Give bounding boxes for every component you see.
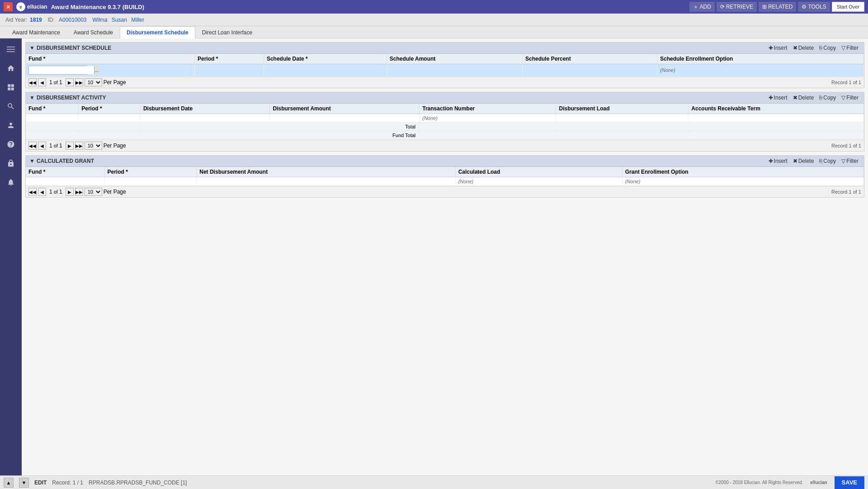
ds-copy-button[interactable]: ⎘ Copy [817, 44, 838, 52]
main-content: ▼ DISBURSEMENT SCHEDULE ✚ Insert ✖ Delet… [22, 38, 868, 488]
aid-year-bar: Aid Year: 1819 ID: A00010003 Wilma Susan… [0, 14, 868, 26]
da-delete-button[interactable]: ✖ Delete [791, 94, 816, 101]
cg-delete-button[interactable]: ✖ Delete [791, 157, 816, 165]
da-total-row: Total [26, 123, 864, 131]
tab-direct-loan-interface[interactable]: Direct Loan Interface [195, 26, 259, 38]
da-col-disbursement-date: Disbursement Date [140, 104, 270, 114]
sidebar-item-home[interactable] [2, 59, 20, 77]
tab-award-schedule[interactable]: Award Schedule [67, 26, 120, 38]
fund-input[interactable] [29, 66, 94, 74]
cg-collapse-icon[interactable]: ▼ [29, 158, 35, 164]
table-row[interactable]: … (None) [26, 64, 864, 76]
cg-pagination-controls: ◀◀ ◀ 1 of 1 ▶ ▶▶ 10 25 50 Per Page [28, 188, 126, 196]
ds-next-page-button[interactable]: ▶ [66, 78, 74, 86]
sidebar-item-alert[interactable] [2, 173, 20, 191]
tab-disbursement-schedule[interactable]: Disbursement Schedule [120, 26, 195, 38]
cg-copy-button[interactable]: ⎘ Copy [817, 157, 838, 165]
sidebar-item-lock[interactable] [2, 154, 20, 172]
da-total-label-cell [26, 123, 79, 131]
ds-delete-button[interactable]: ✖ Delete [791, 44, 816, 52]
save-button[interactable]: SAVE [835, 476, 864, 489]
cg-next-page-button[interactable]: ▶ [66, 188, 74, 196]
sidebar-item-help[interactable] [2, 135, 20, 153]
ds-filter-button[interactable]: ▽ Filter [840, 44, 860, 52]
ds-per-page-select[interactable]: 10 25 50 [85, 78, 102, 86]
ds-first-page-button[interactable]: ◀◀ [28, 78, 37, 86]
start-over-button[interactable]: Start Over [832, 2, 864, 12]
cg-first-page-button[interactable]: ◀◀ [28, 188, 37, 196]
status-nav-up-button[interactable]: ▲ [4, 478, 14, 488]
da-filter-button[interactable]: ▽ Filter [840, 94, 860, 101]
logo-letter: e [19, 5, 22, 9]
middle-name: Susan [112, 17, 127, 23]
tools-button[interactable]: ⚙ TOOLS [798, 2, 830, 12]
logo-text: ellucian [27, 4, 47, 10]
da-ar-term-cell[interactable] [689, 114, 864, 123]
da-fund-total-label2 [79, 131, 141, 140]
sidebar-item-person[interactable] [2, 116, 20, 134]
table-row[interactable]: (None) (None) [26, 177, 864, 186]
sidebar-item-search[interactable] [2, 97, 20, 115]
sidebar-item-menu[interactable] [2, 40, 20, 58]
da-fund-cell[interactable] [26, 114, 79, 123]
cg-col-calculated-load: Calculated Load [455, 167, 622, 177]
fund-lookup-button[interactable]: … [94, 66, 99, 74]
ds-col-schedule-percent: Schedule Percent [522, 54, 657, 64]
ds-enrollment-option-cell[interactable]: (None) [657, 64, 864, 76]
ds-schedule-amount-cell[interactable] [387, 64, 522, 76]
ds-col-enrollment-option: Schedule Enrollment Option [657, 54, 864, 64]
ds-last-page-button[interactable]: ▶▶ [75, 78, 83, 86]
cg-prev-page-button[interactable]: ◀ [38, 188, 46, 196]
id-value: A00010003 [59, 17, 86, 23]
cg-calculated-load-cell[interactable]: (None) [455, 177, 622, 186]
ds-prev-page-button[interactable]: ◀ [38, 78, 46, 86]
top-bar-left: ✕ e ellucian Award Maintenance 9.3.7 (BU… [4, 2, 144, 11]
cg-period-cell[interactable] [104, 177, 197, 186]
ds-fund-cell[interactable]: … [26, 64, 194, 76]
da-last-page-button[interactable]: ▶▶ [75, 142, 83, 150]
close-button[interactable]: ✕ [4, 2, 13, 11]
tab-award-maintenance[interactable]: Award Maintenance [5, 26, 67, 38]
da-copy-button[interactable]: ⎘ Copy [817, 94, 838, 101]
da-amount-cell[interactable] [270, 114, 420, 123]
ds-schedule-percent-cell[interactable] [522, 64, 657, 76]
da-first-page-button[interactable]: ◀◀ [28, 142, 37, 150]
ds-schedule-date-cell[interactable] [264, 64, 387, 76]
tab-bar: Award Maintenance Award Schedule Disburs… [0, 26, 868, 38]
da-collapse-icon[interactable]: ▼ [29, 95, 35, 101]
sidebar-item-grid[interactable] [2, 78, 20, 96]
cg-filter-button[interactable]: ▽ Filter [840, 157, 860, 165]
cg-fund-cell[interactable] [26, 177, 104, 186]
related-button[interactable]: ⊞ RELATED [759, 2, 796, 12]
da-next-page-button[interactable]: ▶ [66, 142, 74, 150]
da-total-amount-cell [420, 123, 556, 131]
aid-year-value: 1819 [30, 17, 42, 23]
da-fund-total-empty1 [556, 131, 689, 140]
collapse-icon[interactable]: ▼ [29, 45, 35, 51]
status-nav-down-button[interactable]: ▼ [19, 478, 29, 488]
related-icon: ⊞ [762, 4, 767, 10]
cg-last-page-button[interactable]: ▶▶ [75, 188, 83, 196]
da-prev-page-button[interactable]: ◀ [38, 142, 46, 150]
cg-enrollment-option-cell[interactable]: (None) [622, 177, 863, 186]
cg-net-amount-cell[interactable] [197, 177, 455, 186]
cg-copy-icon: ⎘ [819, 158, 822, 164]
da-transaction-cell[interactable]: (None) [420, 114, 556, 123]
da-per-page-select[interactable]: 10 25 50 [85, 142, 102, 150]
calculated-grant-section: ▼ CALCULATED GRANT ✚ Insert ✖ Delete ⎘ C… [25, 155, 864, 198]
da-copy-icon: ⎘ [819, 95, 822, 101]
ds-insert-button[interactable]: ✚ Insert [767, 44, 789, 52]
da-insert-button[interactable]: ✚ Insert [767, 94, 789, 101]
da-period-cell[interactable] [79, 114, 141, 123]
table-row[interactable]: (None) [26, 114, 864, 123]
last-name: Miller [131, 17, 144, 23]
da-date-cell[interactable] [140, 114, 270, 123]
svg-rect-1 [7, 49, 15, 50]
add-button[interactable]: ＋ ADD [689, 2, 715, 12]
cg-insert-button[interactable]: ✚ Insert [767, 157, 789, 165]
retrieve-button[interactable]: ⟳ RETRIEVE [717, 2, 757, 12]
da-col-period: Period * [79, 104, 141, 114]
ds-period-cell[interactable] [194, 64, 264, 76]
da-load-cell[interactable] [556, 114, 689, 123]
cg-per-page-select[interactable]: 10 25 50 [85, 188, 102, 196]
